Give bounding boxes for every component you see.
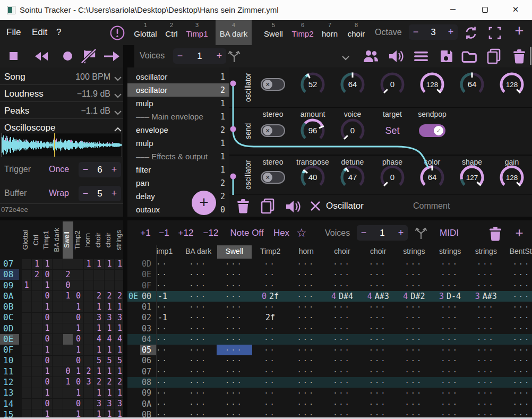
stereo-toggle[interactable]: ✕ (261, 78, 285, 91)
track-header-strings[interactable]: strings (468, 247, 504, 255)
track-header-bentstr[interactable]: BentStr (504, 247, 532, 255)
detune-knob[interactable]: 47 (338, 163, 367, 194)
save-icon[interactable] (439, 49, 454, 66)
pattern-cell[interactable]: ··· (468, 269, 504, 280)
loop-icon[interactable] (463, 25, 479, 43)
pattern-cell[interactable]: ··· (396, 366, 432, 377)
unit-list-item[interactable]: mulp1 (127, 97, 229, 110)
pattern-cell[interactable]: ··· (504, 399, 532, 409)
order-cell[interactable] (105, 270, 115, 280)
pattern-cell[interactable]: ··· (217, 388, 253, 398)
order-cell[interactable]: 0 (42, 334, 53, 344)
order-cell[interactable] (32, 388, 42, 398)
play-button[interactable] (103, 50, 121, 64)
order-cell[interactable] (73, 280, 83, 290)
order-cell[interactable]: 0 (42, 356, 53, 366)
solo-unit-icon[interactable] (285, 199, 302, 216)
midi-button[interactable]: MIDI (433, 228, 465, 238)
pattern-cell[interactable]: ··· (181, 291, 217, 302)
pattern-cell[interactable]: ··· (360, 334, 396, 345)
pattern-cell[interactable]: ··· (396, 355, 432, 366)
octave-minus[interactable]: − (409, 24, 423, 40)
order-cell[interactable] (53, 399, 63, 409)
pattern-cell[interactable]: ··· (504, 366, 532, 377)
order-cell[interactable] (63, 323, 73, 334)
pattern-cell[interactable]: ··· (181, 345, 217, 355)
unit-list-item[interactable]: ––– Effects & output1 (127, 150, 229, 163)
order-cell[interactable]: 0 (73, 291, 83, 301)
rewind-button[interactable] (34, 51, 49, 64)
pattern-cell[interactable]: ··· (360, 388, 396, 398)
order-cell[interactable] (53, 356, 63, 366)
order-cell[interactable]: 3 (105, 399, 115, 409)
pattern-cell[interactable]: ·· (157, 399, 181, 409)
pattern-cell[interactable]: ··· (288, 366, 324, 377)
order-cell[interactable] (53, 280, 63, 290)
unit-list-item[interactable]: filter1 (127, 163, 229, 176)
pattern-cell[interactable]: ··· (288, 302, 324, 312)
pattern-cell[interactable]: ·· (157, 366, 181, 377)
scrollbar-thumb[interactable] (530, 47, 531, 65)
order-cell[interactable]: 4 (94, 334, 104, 344)
pattern-cell[interactable]: -1 (157, 312, 181, 323)
order-cell[interactable]: 1 (105, 259, 115, 269)
pattern-cell[interactable]: ··· (504, 345, 532, 355)
pattern-cell[interactable]: ··· (432, 366, 468, 377)
order-cell[interactable]: 0 (42, 313, 53, 323)
track-header-ba-dark[interactable]: BA dark (181, 247, 217, 255)
order-cell[interactable] (94, 270, 104, 280)
order-cell[interactable] (22, 291, 32, 301)
track-header-choir[interactable]: choir (324, 247, 361, 255)
pattern-cell[interactable]: ··· (288, 291, 324, 302)
users-icon[interactable] (362, 48, 379, 66)
pattern-cell[interactable]: ··· (468, 302, 504, 312)
order-cell[interactable]: 0 (42, 377, 53, 387)
order-cell[interactable]: 1 (94, 366, 104, 377)
chevron-down-icon[interactable] (341, 53, 350, 63)
tab-instrument-glottal[interactable]: 1Glottal (130, 20, 161, 45)
pattern-cell[interactable]: ··· (468, 259, 504, 269)
order-cell[interactable]: 1 (115, 345, 123, 355)
pattern-cell[interactable]: ·· (157, 302, 181, 312)
order-cell[interactable] (73, 259, 83, 269)
order-cell[interactable] (53, 377, 63, 387)
order-cell[interactable]: 3 (84, 377, 94, 387)
order-cell[interactable]: 1 (73, 323, 83, 334)
buffer-mode[interactable]: Wrap (49, 189, 69, 198)
pattern-cell[interactable]: ··· (360, 269, 396, 280)
pattern-cell[interactable]: ··· (432, 323, 468, 334)
add-unit-button[interactable]: + (192, 191, 216, 215)
pattern-cell[interactable]: ··· (432, 302, 468, 312)
pattern-cell[interactable]: ··· (468, 366, 504, 377)
pattern-cell[interactable]: ··· (468, 388, 504, 398)
pattern-cell[interactable]: ··· (288, 355, 324, 366)
order-cell[interactable]: 0 (42, 270, 53, 280)
order-cell[interactable]: 1 (73, 302, 83, 312)
pattern-cell[interactable]: ·· (252, 323, 288, 334)
alert-icon[interactable] (109, 25, 125, 41)
pattern-cell[interactable]: ··· (504, 259, 532, 269)
transpose-down-1[interactable]: −1 (157, 228, 171, 238)
track-header-strings[interactable]: strings (396, 247, 432, 255)
pattern-cell[interactable]: ··· (324, 377, 361, 388)
order-cell[interactable] (53, 323, 63, 334)
order-cell[interactable] (84, 270, 94, 280)
order-cell[interactable]: 1 (42, 345, 53, 355)
pattern-cell[interactable]: ··· (324, 269, 361, 280)
pattern-cell[interactable]: ··· (432, 312, 468, 323)
tab-instrument-choir[interactable]: 8choir (342, 20, 370, 45)
pattern-voices-minus[interactable]: − (357, 225, 371, 241)
order-cell[interactable] (53, 388, 63, 398)
pattern-cell[interactable]: ··· (288, 334, 324, 345)
order-cell[interactable]: 2 (105, 377, 115, 387)
order-cell[interactable] (22, 313, 32, 323)
pattern-cell[interactable]: 3D-4 (432, 291, 468, 302)
pattern-cell[interactable]: ··· (324, 323, 361, 334)
color-knob[interactable]: 64 (417, 163, 447, 194)
track-header-timp1[interactable]: Timp1 (157, 247, 181, 255)
order-cell[interactable]: 1 (42, 388, 53, 398)
order-cell[interactable]: 0 (42, 399, 53, 409)
pattern-cell[interactable]: ··· (360, 302, 396, 312)
order-cell[interactable]: 0 (63, 366, 73, 377)
copy-unit-icon[interactable] (260, 198, 275, 216)
